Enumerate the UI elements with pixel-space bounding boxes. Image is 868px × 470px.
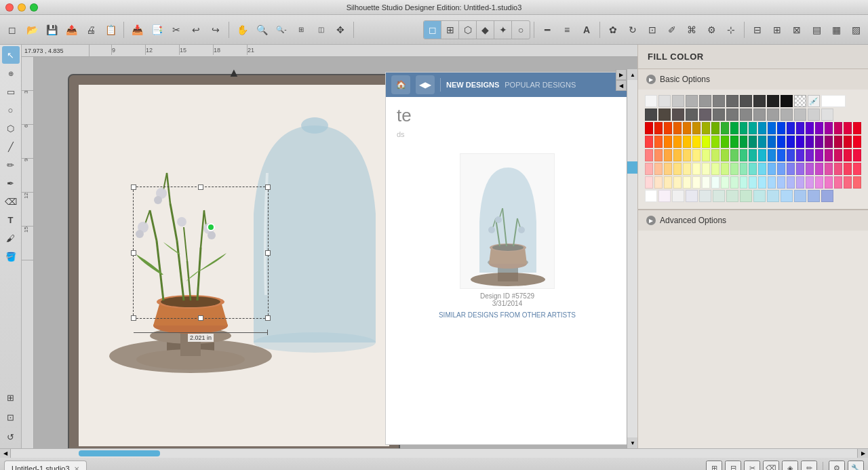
- replicate-tool[interactable]: ⊡: [2, 408, 20, 426]
- swatch[interactable]: [645, 95, 657, 107]
- swatch[interactable]: [692, 149, 701, 161]
- swatch[interactable]: [721, 136, 729, 148]
- swatch[interactable]: [796, 136, 804, 148]
- undo-button[interactable]: ↩: [186, 20, 205, 39]
- ellipse-tool[interactable]: ○: [2, 101, 20, 119]
- swatch[interactable]: [645, 122, 653, 134]
- advanced-options-header[interactable]: ▶ Advanced Options: [638, 210, 868, 231]
- diamond-btn[interactable]: ◆: [477, 21, 494, 39]
- swatch[interactable]: [768, 163, 776, 175]
- swatch[interactable]: [815, 163, 823, 175]
- swatch[interactable]: [806, 122, 814, 134]
- export-button[interactable]: 📤: [62, 20, 81, 39]
- swatch[interactable]: [749, 176, 757, 189]
- swatch[interactable]: [711, 176, 719, 189]
- swatch[interactable]: [672, 109, 684, 121]
- circle-btn[interactable]: ○: [512, 21, 530, 39]
- horizontal-scrollbar[interactable]: ◀ ▶: [0, 448, 868, 457]
- swatch[interactable]: [768, 176, 776, 189]
- effect4-btn[interactable]: ✐: [663, 20, 682, 39]
- swatch[interactable]: [781, 95, 793, 107]
- popular-designs-link[interactable]: POPULAR DESIGNS: [505, 81, 576, 89]
- swatch[interactable]: [815, 136, 823, 148]
- swatch[interactable]: [749, 163, 757, 175]
- swatch[interactable]: [821, 109, 833, 121]
- swatch[interactable]: [711, 163, 719, 175]
- swatch[interactable]: [654, 136, 663, 148]
- swatch[interactable]: [768, 149, 776, 161]
- swatch[interactable]: [664, 163, 672, 175]
- draw-tool[interactable]: ✏: [2, 156, 20, 174]
- swatch[interactable]: [654, 122, 663, 134]
- layers-btn[interactable]: ⊞: [706, 461, 722, 471]
- swatch[interactable]: [768, 122, 776, 134]
- swatch[interactable]: [702, 136, 710, 148]
- swatch[interactable]: [834, 136, 842, 148]
- swatch[interactable]: [806, 149, 814, 161]
- swatch[interactable]: [834, 163, 842, 175]
- browser-home-btn[interactable]: 🏠: [391, 75, 410, 94]
- import-button[interactable]: 📥: [127, 20, 146, 39]
- move-button[interactable]: ✥: [331, 20, 350, 39]
- zoom-in-button[interactable]: 🔍: [252, 20, 271, 39]
- swatch[interactable]: [711, 149, 719, 161]
- close-button[interactable]: [5, 3, 14, 12]
- swatch[interactable]: [699, 109, 711, 121]
- swatch[interactable]: [672, 190, 684, 202]
- swatch[interactable]: [781, 190, 793, 202]
- swatch[interactable]: [721, 149, 729, 161]
- swatch[interactable]: [853, 122, 861, 134]
- import2-button[interactable]: 📑: [147, 20, 166, 39]
- swatch[interactable]: [726, 190, 738, 202]
- settings-btn[interactable]: ⚙: [829, 461, 845, 471]
- swatch[interactable]: [787, 149, 795, 161]
- swatch[interactable]: [777, 149, 785, 161]
- select-shape-btn[interactable]: ◻: [424, 21, 441, 39]
- pattern-btn[interactable]: ◈: [782, 461, 798, 471]
- swatch[interactable]: [713, 190, 725, 202]
- swatch[interactable]: [673, 122, 682, 134]
- text-btn[interactable]: A: [577, 20, 596, 39]
- swatch[interactable]: [844, 136, 852, 148]
- swatch[interactable]: [658, 190, 671, 202]
- swatch[interactable]: [844, 176, 852, 189]
- star-btn[interactable]: ✦: [494, 21, 512, 39]
- paint-tool[interactable]: 🖌: [2, 229, 20, 247]
- document-tab[interactable]: Untitled-1.studio3 ✕: [4, 461, 87, 471]
- swatch[interactable]: [658, 95, 671, 107]
- text-tool[interactable]: T: [2, 211, 20, 229]
- swatch[interactable]: [806, 163, 814, 175]
- swatch[interactable]: [686, 95, 698, 107]
- swatch[interactable]: [686, 190, 698, 202]
- swatch[interactable]: [721, 163, 729, 175]
- swatch[interactable]: [683, 163, 691, 175]
- effect1-btn[interactable]: ✿: [604, 20, 623, 39]
- swatch[interactable]: [787, 176, 795, 189]
- swatch[interactable]: [825, 149, 833, 161]
- grid-btn[interactable]: ⊞: [441, 21, 459, 39]
- swatch[interactable]: [821, 190, 833, 202]
- swatch[interactable]: [787, 136, 795, 148]
- swatch[interactable]: [730, 149, 738, 161]
- swatch[interactable]: [758, 136, 766, 148]
- swatch[interactable]: [713, 95, 725, 107]
- swatch[interactable]: [853, 136, 861, 148]
- effect6-btn[interactable]: ⚙: [702, 20, 721, 39]
- swatch[interactable]: [673, 149, 682, 161]
- h-scroll-thumb[interactable]: [79, 450, 160, 456]
- print-button[interactable]: 🖨: [81, 20, 100, 39]
- swatch[interactable]: [673, 163, 682, 175]
- swatch[interactable]: [749, 149, 757, 161]
- print2-button[interactable]: 📋: [101, 20, 120, 39]
- pan-button[interactable]: ✋: [233, 20, 252, 39]
- swatch[interactable]: [825, 136, 833, 148]
- swatch[interactable]: [645, 109, 657, 121]
- swatch[interactable]: [692, 176, 701, 189]
- swatch[interactable]: [692, 122, 701, 134]
- swatch[interactable]: [794, 190, 806, 202]
- swatch[interactable]: [758, 149, 766, 161]
- scroll-track[interactable]: [627, 80, 637, 437]
- save-button[interactable]: 💾: [42, 20, 61, 39]
- scroll-thumb[interactable]: [627, 161, 637, 174]
- swatch[interactable]: [730, 176, 738, 189]
